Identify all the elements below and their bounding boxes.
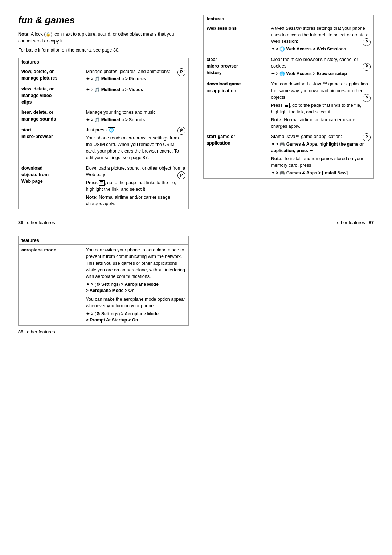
nav-path: ✦ > 🎮 Games & Apps, highlight the game o… (271, 141, 371, 154)
feature-label: Web sessions (204, 23, 268, 54)
table-row: hear, delete, ormanage sounds Manage you… (19, 107, 189, 125)
page-num-86: 86 (18, 220, 23, 225)
table-row: clearmicro-browserhistory Clear the micr… (204, 54, 374, 79)
page-wrapper: fun & games Note: A lock (🔒) icon next t… (0, 0, 392, 349)
bottom-table-header: features (19, 236, 189, 245)
page-numbers-row: 86 other features other features 87 (18, 220, 374, 225)
browser-icon: 🌐 (108, 127, 115, 133)
feature-label: view, delete, ormanage pictures (19, 66, 83, 84)
note-label: Note: (18, 32, 30, 37)
note-body: A lock (🔒) icon next to a picture, sound… (18, 32, 174, 44)
table-row: view, delete, ormanage pictures Manage p… (19, 66, 189, 84)
feature-desc: Download a picture, sound, or other obje… (83, 163, 189, 209)
feature-desc: ✦ > 🎵 Multimedia > Videos (83, 84, 189, 107)
left-column: fun & games Note: A lock (🔒) icon next t… (18, 15, 189, 209)
table-row: download gameor application You can down… (204, 79, 374, 131)
feature-desc: You can download a Java™ game or applica… (268, 79, 374, 131)
nav-path: ✦ > 🌐 Web Access > Browser setup (271, 71, 371, 77)
feature-icon: P̈ (363, 38, 371, 46)
nav-path: ✦ > (⚙ Settings) > Aeroplane Mode> Promp… (86, 311, 186, 324)
feature-desc: A Web Session stores settings that your … (268, 23, 374, 54)
page-title: fun & games (18, 15, 189, 26)
right-feature-table: features Web sessions A Web Session stor… (203, 15, 374, 179)
menu-icon: ☰ (99, 180, 105, 186)
bottom-page-number: 88 other features (18, 329, 189, 335)
right-column: features Web sessions A Web Session stor… (203, 15, 374, 209)
feature-label: start game orapplication (204, 131, 268, 178)
bottom-feature-table: features aeroplane mode You can switch y… (18, 236, 189, 325)
page-number-right: other features 87 (196, 220, 374, 225)
table-row: startmicro-browser Just press 🌐. P̈ Your… (19, 125, 189, 163)
page-num-88: 88 (18, 329, 23, 335)
table-row: Web sessions A Web Session stores settin… (204, 23, 374, 54)
table-row: view, delete, ormanage videoclips ✦ > 🎵 … (19, 84, 189, 107)
nav-path: ✦ > 🎵 Multimedia > Videos (86, 87, 185, 93)
nav-path: ✦ > (⚙ Settings) > Aeroplane Mode> Aerop… (86, 281, 186, 294)
feature-desc: Just press 🌐. P̈ Your phone reads micro-… (83, 125, 189, 163)
feature-icon: P̈ (363, 63, 371, 71)
nav-path: ✦ > 🌐 Web Access > Web Sessions (271, 46, 371, 52)
left-feature-table: features view, delete, ormanage pictures… (18, 58, 189, 210)
feature-label: hear, delete, ormanage sounds (19, 107, 83, 125)
feature-label: downloadobjects fromWeb page (19, 163, 83, 209)
table-row: aeroplane mode You can switch your phone… (19, 245, 189, 325)
feature-desc: Manage your ring tones and music: ✦ > 🎵 … (83, 107, 189, 125)
bottom-left-col: features aeroplane mode You can switch y… (18, 236, 189, 334)
feature-label: startmicro-browser (19, 125, 83, 163)
feature-label: aeroplane mode (19, 245, 83, 325)
page-num-87: 87 (369, 220, 374, 225)
right-table-header: features (204, 15, 374, 23)
camera-note: For basic information on the camera, see… (18, 48, 189, 53)
feature-desc: Clear the micro-browser's history, cache… (268, 54, 374, 79)
nav-path: ✦ > 🎵 Multimedia > Pictures (86, 76, 185, 82)
table-row: start game orapplication Start a Java™ g… (204, 131, 374, 178)
feature-desc: You can switch your phone to aeroplane m… (83, 245, 189, 325)
nav-path: ✦ > 🎵 Multimedia > Sounds (86, 117, 185, 123)
feature-desc: Start a Java™ game or application: P̈ ✦ … (268, 131, 374, 178)
feature-icon: P̈ (363, 94, 371, 102)
page-number-left: 86 other features (18, 220, 196, 225)
feature-icon: P̈ (177, 127, 185, 135)
feature-desc: Manage photos, pictures, and animations:… (83, 66, 189, 84)
note-text: Note: A lock (🔒) icon next to a picture,… (18, 31, 189, 45)
nav-path: ✦ > 🎮 Games & Apps > [Install New]. (271, 170, 371, 176)
top-section: fun & games Note: A lock (🔒) icon next t… (18, 15, 374, 209)
menu-icon: ☰ (284, 103, 290, 108)
feature-label: clearmicro-browserhistory (204, 54, 268, 79)
feature-icon: P̈ (363, 133, 371, 141)
bottom-section: features aeroplane mode You can switch y… (18, 236, 374, 334)
feature-label: view, delete, ormanage videoclips (19, 84, 83, 107)
feature-label: download gameor application (204, 79, 268, 131)
table-row: downloadobjects fromWeb page Download a … (19, 163, 189, 209)
left-table-header: features (19, 58, 189, 66)
feature-icon: P̈ (177, 68, 185, 76)
feature-icon: P̈ (177, 171, 185, 179)
